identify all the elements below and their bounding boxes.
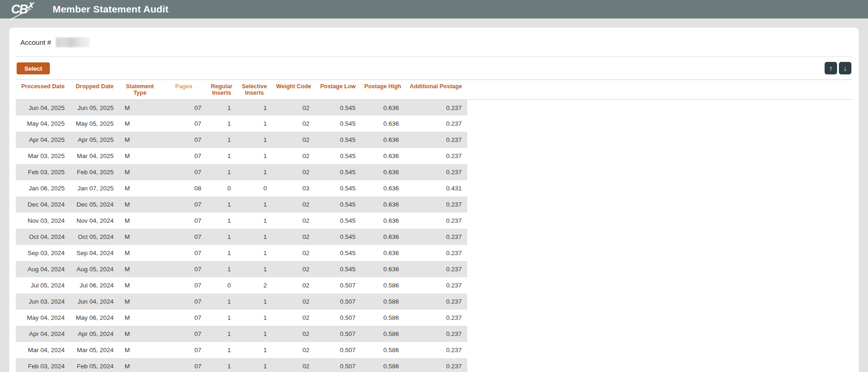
select-button[interactable]: Select: [17, 62, 50, 74]
table-row[interactable]: Oct 04, 2024Oct 05, 2024M0711020.5450.63…: [16, 229, 852, 245]
pages-cell: 07: [161, 99, 207, 116]
additional-postage-cell: 0.237: [404, 261, 467, 277]
weight-code-cell: 02: [272, 132, 315, 148]
regular-inserts-cell: 0: [207, 277, 236, 293]
column-header-postage-low[interactable]: Postage Low: [315, 80, 361, 100]
processed-date-cell: May 04, 2025: [16, 116, 70, 132]
additional-postage-cell: 0.237: [404, 293, 467, 310]
additional-postage-cell: 0.237: [404, 310, 467, 326]
weight-code-cell: 02: [272, 99, 315, 116]
postage-low-cell: 0.507: [315, 326, 361, 342]
statement-type-cell: M: [119, 164, 161, 180]
table-row[interactable]: Jun 03, 2024Jun 04, 2024M0711020.5070.58…: [16, 293, 852, 310]
postage-low-cell: 0.545: [315, 180, 361, 196]
dropped-date-cell: Jan 07, 2025: [70, 180, 119, 196]
processed-date-cell: Jan 06, 2025: [16, 180, 70, 196]
column-header-statement-type[interactable]: Statement Type: [119, 80, 161, 100]
postage-low-cell: 0.545: [315, 196, 361, 213]
table-header: Processed Date Dropped Date Statement Ty…: [16, 80, 852, 100]
postage-high-cell: 0.586: [361, 358, 404, 372]
column-header-pages[interactable]: Pages: [161, 80, 207, 100]
postage-low-cell: 0.545: [315, 229, 361, 245]
additional-postage-cell: 0.237: [404, 164, 467, 180]
column-header-additional-postage[interactable]: Additional Postage: [404, 80, 467, 100]
processed-date-cell: Mar 04, 2024: [16, 342, 70, 358]
regular-inserts-cell: 0: [207, 180, 236, 196]
processed-date-cell: Mar 03, 2025: [16, 148, 70, 164]
postage-low-cell: 0.507: [315, 310, 361, 326]
dropped-date-cell: Dec 05, 2024: [70, 196, 119, 213]
toolbar: Select ↑ ↓: [16, 57, 852, 79]
selective-inserts-cell: 1: [236, 342, 272, 358]
pages-cell: 07: [161, 310, 207, 326]
statement-type-cell: M: [119, 277, 161, 293]
regular-inserts-cell: 1: [207, 245, 236, 261]
regular-inserts-cell: 1: [207, 148, 236, 164]
regular-inserts-cell: 1: [207, 196, 236, 213]
column-header-dropped-date[interactable]: Dropped Date: [70, 80, 119, 100]
table-row[interactable]: Jul 05, 2024Jul 06, 2024M0702020.5070.58…: [16, 277, 852, 293]
arrow-down-icon: ↓: [844, 64, 847, 72]
statement-type-cell: M: [119, 261, 161, 277]
table-row[interactable]: Aug 04, 2024Aug 05, 2024M0711020.5450.63…: [16, 261, 852, 277]
postage-high-cell: 0.636: [361, 148, 404, 164]
row-filler: [467, 180, 852, 196]
postage-low-cell: 0.545: [315, 164, 361, 180]
table-row[interactable]: Apr 04, 2025Apr 05, 2025M0711020.5450.63…: [16, 132, 852, 148]
postage-high-cell: 0.636: [361, 261, 404, 277]
table-row[interactable]: Dec 04, 2024Dec 05, 2024M0711020.5450.63…: [16, 196, 852, 213]
column-header-filler: [467, 80, 852, 100]
postage-high-cell: 0.586: [361, 293, 404, 310]
regular-inserts-cell: 1: [207, 293, 236, 310]
table-row[interactable]: Apr 04, 2024Apr 05, 2024M0711020.5070.58…: [16, 326, 852, 342]
pages-cell: 07: [161, 326, 207, 342]
scroll-up-button[interactable]: ↑: [825, 62, 837, 74]
column-header-selective-inserts[interactable]: Selective Inserts: [236, 80, 272, 100]
table-row[interactable]: May 04, 2025May 05, 2025M0711020.5450.63…: [16, 116, 852, 132]
selective-inserts-cell: 1: [236, 99, 272, 116]
table-body: Jun 04, 2025Jun 05, 2025M0711020.5450.63…: [16, 99, 852, 372]
table-row[interactable]: Mar 04, 2024Mar 05, 2024M0711020.5070.58…: [16, 342, 852, 358]
scroll-down-button[interactable]: ↓: [839, 62, 851, 74]
selective-inserts-cell: 1: [236, 261, 272, 277]
column-header-regular-inserts[interactable]: Regular Inserts: [207, 80, 236, 100]
table-row[interactable]: Feb 03, 2024Feb 05, 2024M0711020.5070.58…: [16, 358, 852, 372]
processed-date-cell: Apr 04, 2024: [16, 326, 70, 342]
table-row[interactable]: Mar 03, 2025Mar 04, 2025M0711020.5450.63…: [16, 148, 852, 164]
table-row[interactable]: Jan 06, 2025Jan 07, 2025M0800030.5450.63…: [16, 180, 852, 196]
selective-inserts-cell: 1: [236, 358, 272, 372]
table-row[interactable]: May 04, 2024May 06, 2024M0711020.5070.58…: [16, 310, 852, 326]
dropped-date-cell: Mar 04, 2025: [70, 148, 119, 164]
account-number-label: Account #: [20, 38, 51, 46]
table-row[interactable]: Jun 04, 2025Jun 05, 2025M0711020.5450.63…: [16, 99, 852, 116]
column-header-postage-high[interactable]: Postage High: [361, 80, 404, 100]
postage-high-cell: 0.586: [361, 277, 404, 293]
selective-inserts-cell: 1: [236, 293, 272, 310]
table-row[interactable]: Sep 03, 2024Sep 04, 2024M0711020.5450.63…: [16, 245, 852, 261]
row-filler: [467, 358, 852, 372]
regular-inserts-cell: 1: [207, 261, 236, 277]
statement-audit-table: Processed Date Dropped Date Statement Ty…: [16, 79, 852, 372]
pages-cell: 07: [161, 164, 207, 180]
postage-high-cell: 0.636: [361, 196, 404, 213]
table-row[interactable]: Feb 03, 2025Feb 04, 2025M0711020.5450.63…: [16, 164, 852, 180]
processed-date-cell: Jul 05, 2024: [16, 277, 70, 293]
pages-cell: 07: [161, 261, 207, 277]
column-header-processed-date[interactable]: Processed Date: [16, 80, 70, 100]
regular-inserts-cell: 1: [207, 116, 236, 132]
regular-inserts-cell: 1: [207, 229, 236, 245]
row-filler: [467, 277, 852, 293]
postage-high-cell: 0.586: [361, 326, 404, 342]
dropped-date-cell: Jun 05, 2025: [70, 99, 119, 116]
processed-date-cell: Feb 03, 2025: [16, 164, 70, 180]
postage-low-cell: 0.507: [315, 342, 361, 358]
selective-inserts-cell: 1: [236, 196, 272, 213]
statement-type-cell: M: [119, 245, 161, 261]
additional-postage-cell: 0.237: [404, 342, 467, 358]
table-row[interactable]: Nov 03, 2024Nov 04, 2024M0711020.5450.63…: [16, 213, 852, 229]
selective-inserts-cell: 1: [236, 164, 272, 180]
postage-low-cell: 0.545: [315, 116, 361, 132]
column-header-weight-code[interactable]: Weight Code: [272, 80, 315, 100]
statement-type-cell: M: [119, 116, 161, 132]
row-filler: [467, 310, 852, 326]
